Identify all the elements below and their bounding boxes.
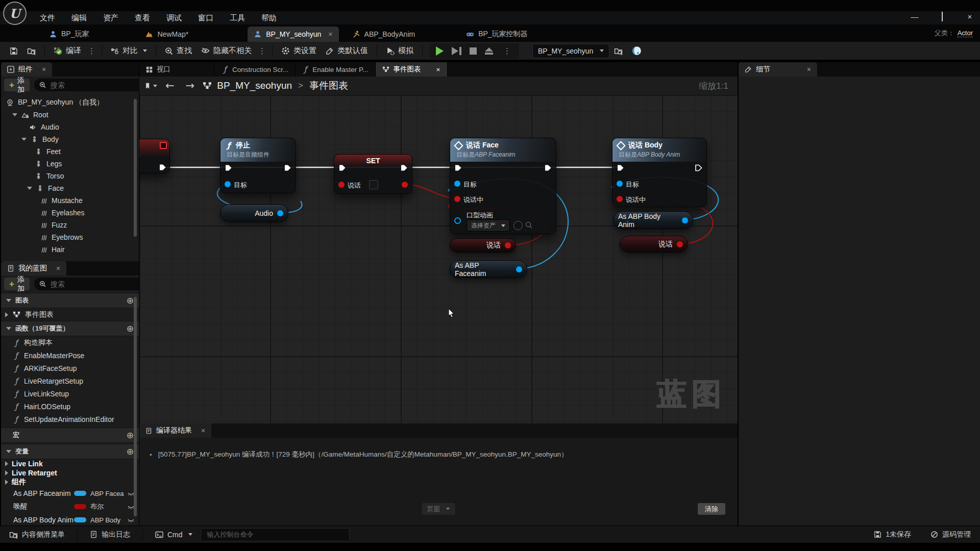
bool-in-pin[interactable]: [338, 182, 345, 188]
output-log-button[interactable]: 输出日志: [87, 530, 133, 539]
component-tree-item[interactable]: Eyelashes: [1, 207, 139, 219]
compile-message-row[interactable]: • [5075.77]BP_MY_seohyun 编译成功！[729 毫秒内]（…: [150, 450, 568, 459]
function-item[interactable]: ƒLiveLinkSetup: [1, 387, 139, 400]
restore-button[interactable]: [937, 12, 947, 21]
save-button[interactable]: [5, 44, 22, 58]
add-blueprint-item-button[interactable]: + 添加: [4, 278, 30, 290]
bool-value-checkbox[interactable]: [369, 180, 378, 189]
asset-tab-bp-player[interactable]: BP_玩家: [43, 27, 95, 42]
node-speak-event-clipped[interactable]: 话 事件: [139, 139, 170, 173]
speaking-pin[interactable]: [454, 196, 460, 202]
asset-picker-dropdown[interactable]: 选择资产: [467, 219, 510, 232]
expand-arrow-icon[interactable]: [5, 470, 8, 475]
cmd-dropdown[interactable]: Cmd: [152, 531, 195, 539]
content-drawer-button[interactable]: 内容侧滑菜单: [6, 530, 68, 539]
close-icon[interactable]: ×: [42, 65, 46, 73]
back-button[interactable]: ←: [162, 80, 178, 92]
object-out-pin[interactable]: [516, 266, 522, 272]
close-icon[interactable]: ×: [201, 427, 205, 435]
node-speak-body[interactable]: 说话 Body 目标是ABP Body Anim 目标 说话中: [612, 138, 707, 207]
class-defaults-button[interactable]: 类默认值: [321, 44, 373, 58]
component-tree-item[interactable]: Fuzz: [1, 219, 139, 231]
world-button[interactable]: [627, 44, 646, 58]
expand-arrow-icon[interactable]: [5, 312, 8, 317]
eject-icon[interactable]: [485, 47, 493, 55]
object-out-pin[interactable]: [277, 210, 283, 216]
browse-small-icon[interactable]: [525, 221, 533, 229]
expand-arrow-icon[interactable]: [5, 461, 8, 466]
component-tree-item[interactable]: Torso: [1, 170, 139, 182]
tab-my-blueprint[interactable]: 我的蓝图 ×: [1, 261, 66, 276]
menu-asset[interactable]: 资产: [95, 11, 127, 24]
expand-arrow-icon[interactable]: [27, 187, 32, 190]
hide-unrelated-options-button[interactable]: ⋮: [256, 46, 268, 56]
frame-skip-icon[interactable]: [452, 47, 461, 55]
function-item[interactable]: ƒ构造脚本: [1, 336, 139, 349]
function-item[interactable]: ƒSetUpdateAnimationInEditor: [1, 413, 139, 425]
event-graph-item[interactable]: 事件图表: [1, 308, 139, 321]
component-tree-item[interactable]: Mustache: [1, 194, 139, 207]
expand-arrow-icon[interactable]: [12, 113, 17, 116]
component-tree-item[interactable]: Legs: [1, 158, 139, 170]
component-tree-item[interactable]: Root: [1, 109, 139, 121]
tab-enable-master-pose[interactable]: ƒ Enable Master P...: [296, 62, 375, 77]
browse-debug-button[interactable]: [609, 44, 627, 58]
node-stop[interactable]: ƒ停止 目标是音频组件 目标: [220, 138, 296, 193]
asset-tab-abp-bodyanim[interactable]: ABP_BodyAnim: [346, 27, 422, 42]
close-tab-icon[interactable]: ×: [436, 66, 440, 73]
variables-section-header[interactable]: 变量 ⊕: [1, 444, 139, 459]
exec-out-pin[interactable]: [159, 164, 166, 171]
node-audio-getter[interactable]: Audio: [220, 204, 288, 222]
debug-object-dropdown[interactable]: BP_MY_seohyun: [532, 44, 609, 58]
node-speak-getter-face[interactable]: 说话: [450, 238, 516, 253]
my-blueprint-search-input[interactable]: [50, 280, 139, 289]
object-out-pin[interactable]: [682, 217, 688, 223]
expand-arrow-icon[interactable]: [21, 138, 27, 141]
menu-file[interactable]: 文件: [32, 11, 63, 24]
tab-details[interactable]: 细节 ×: [739, 62, 817, 77]
function-item[interactable]: ƒEnableMasterPose: [1, 349, 139, 362]
component-tree-item[interactable]: Audio: [1, 121, 139, 133]
event-graph-canvas[interactable]: 蓝图 话 事件: [139, 95, 738, 423]
node-set-speak[interactable]: SET 说话: [334, 154, 412, 194]
asset-tab-bp-my-seohyun[interactable]: BP_MY_seohyun ×: [248, 27, 338, 42]
parent-class-link[interactable]: Actor: [958, 29, 973, 37]
variable-row[interactable]: 唤醒 布尔: [1, 500, 139, 513]
target-pin[interactable]: [454, 181, 460, 187]
component-tree-item[interactable]: Eyebrows: [1, 231, 139, 243]
components-search-input[interactable]: [50, 81, 144, 90]
my-blueprint-search[interactable]: [34, 278, 139, 290]
components-search[interactable]: [34, 79, 149, 91]
compile-options-button[interactable]: ⋮: [86, 46, 97, 56]
components-scrollbar[interactable]: [134, 99, 137, 237]
add-component-button[interactable]: + 添加: [4, 79, 30, 91]
minimize-button[interactable]: —: [910, 12, 920, 21]
node-as-abp-faceanim[interactable]: As ABP Faceanim: [450, 260, 527, 278]
bool-out-pin[interactable]: [505, 242, 511, 248]
expand-arrow-icon[interactable]: [5, 480, 8, 485]
exec-out-pin[interactable]: [544, 164, 552, 171]
close-tab-icon[interactable]: ×: [328, 30, 332, 38]
add-macro-icon[interactable]: ⊕: [127, 430, 134, 440]
exec-in-pin[interactable]: [617, 164, 624, 171]
bool-out-pin[interactable]: [677, 241, 683, 247]
tab-viewport[interactable]: 视口: [139, 62, 214, 77]
node-as-abp-bodyanim[interactable]: As ABP Body Anim: [613, 211, 693, 229]
exec-in-pin[interactable]: [454, 164, 462, 171]
asset-tab-newmap[interactable]: NewMap*: [139, 27, 194, 42]
component-tree-item[interactable]: Face: [1, 182, 139, 194]
exec-out-pin[interactable]: [284, 164, 291, 171]
tab-components[interactable]: 组件 ×: [1, 62, 52, 77]
tab-construction-script[interactable]: ƒ Construction Scr...: [215, 62, 296, 77]
diff-button[interactable]: 对比: [106, 44, 152, 58]
add-graph-icon[interactable]: ⊕: [127, 295, 134, 306]
unsaved-status-button[interactable]: 1未保存: [871, 530, 914, 539]
target-pin[interactable]: [225, 181, 231, 187]
clear-button[interactable]: 清除: [698, 503, 725, 515]
variable-row[interactable]: As ABP Faceanim ABP Facea: [1, 487, 139, 500]
menu-debug[interactable]: 调试: [158, 11, 190, 24]
play-icon[interactable]: [436, 46, 444, 56]
browse-asset-button[interactable]: [22, 44, 40, 58]
source-control-button[interactable]: 源码管理: [927, 530, 974, 539]
close-icon[interactable]: ×: [56, 264, 60, 272]
